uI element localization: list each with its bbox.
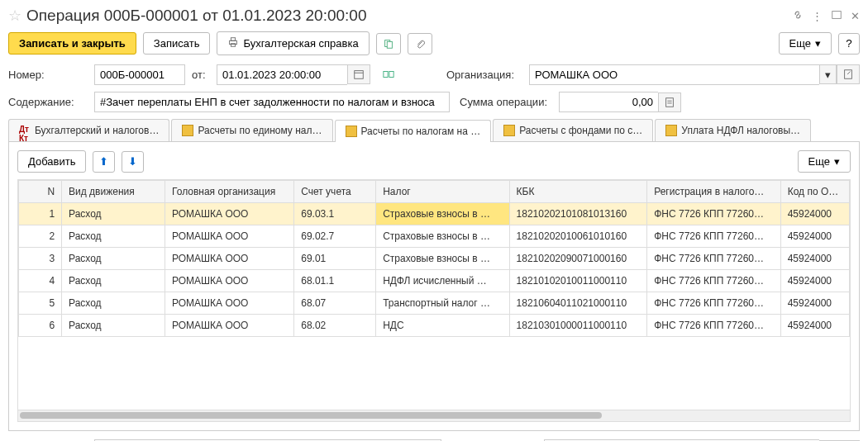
cell-acct[interactable]: 68.02 xyxy=(294,315,376,337)
cell-ok[interactable]: 45924000 xyxy=(780,248,849,270)
col-move[interactable]: Вид движения xyxy=(62,181,165,203)
more-menu-icon[interactable]: ⋮ xyxy=(812,10,823,22)
cell-tax[interactable]: Страховые взносы в … xyxy=(376,203,509,225)
cell-move[interactable]: Расход xyxy=(62,315,165,337)
cell-kbk[interactable]: 18210102010011000110 xyxy=(509,270,647,292)
move-down-button[interactable]: ⬇ xyxy=(122,151,144,173)
org-input[interactable] xyxy=(529,64,819,85)
cell-kbk[interactable]: 18210301000011000110 xyxy=(509,315,647,337)
cell-ok[interactable]: 45924000 xyxy=(780,292,849,315)
cell-n[interactable]: 5 xyxy=(19,292,62,315)
table-row[interactable]: 6РасходРОМАШКА ООО68.02НДС18210301000011… xyxy=(19,315,850,337)
move-up-button[interactable]: ⬆ xyxy=(93,151,115,173)
cell-kbk[interactable]: 18210202010061010160 xyxy=(509,225,647,248)
cell-move[interactable]: Расход xyxy=(62,248,165,270)
horizontal-scrollbar[interactable] xyxy=(17,410,851,422)
add-button[interactable]: Добавить xyxy=(17,150,86,173)
col-n[interactable]: N xyxy=(19,181,62,203)
cell-org[interactable]: РОМАШКА ООО xyxy=(165,203,294,225)
col-reg[interactable]: Регистрация в налого… xyxy=(647,181,780,203)
number-input[interactable] xyxy=(94,64,185,85)
attach-icon-button[interactable] xyxy=(408,33,432,55)
calendar-icon[interactable] xyxy=(347,64,370,84)
content-input[interactable] xyxy=(94,92,450,112)
cell-n[interactable]: 3 xyxy=(19,248,62,270)
cell-reg[interactable]: ФНС 7726 КПП 77260… xyxy=(647,315,780,337)
col-tax[interactable]: Налог xyxy=(376,181,509,203)
date-input[interactable] xyxy=(217,64,347,85)
cell-org[interactable]: РОМАШКА ООО xyxy=(165,248,294,270)
more-button[interactable]: Еще ▾ xyxy=(779,32,832,55)
cell-move[interactable]: Расход xyxy=(62,292,165,315)
register-icon xyxy=(503,125,515,136)
cell-reg[interactable]: ФНС 7726 КПП 77260… xyxy=(647,248,780,270)
table-row[interactable]: 4РасходРОМАШКА ООО68.01.1НДФЛ исчисленны… xyxy=(19,270,850,292)
cell-n[interactable]: 6 xyxy=(19,315,62,337)
calc-icon[interactable] xyxy=(658,92,681,112)
tab-funds[interactable]: Расчеты с фондами по с… xyxy=(493,119,653,141)
cell-kbk[interactable]: 18210604011021000110 xyxy=(509,292,647,315)
cell-tax[interactable]: НДС xyxy=(376,315,509,337)
accounting-ref-button[interactable]: Бухгалтерская справка xyxy=(217,31,369,55)
cell-tax[interactable]: Страховые взносы в … xyxy=(376,248,509,270)
cell-n[interactable]: 1 xyxy=(19,203,62,225)
cell-ok[interactable]: 45924000 xyxy=(780,203,849,225)
org-dropdown-icon[interactable]: ▾ xyxy=(819,64,837,84)
cell-reg[interactable]: ФНС 7726 КПП 77260… xyxy=(647,292,780,315)
tab-enp[interactable]: Расчеты по единому нал… xyxy=(171,119,332,141)
tab-buh[interactable]: ДтКтБухгалтерский и налогов… xyxy=(8,119,169,141)
org-open-icon[interactable] xyxy=(837,64,860,84)
cell-n[interactable]: 4 xyxy=(19,270,62,292)
cell-move[interactable]: Расход xyxy=(62,270,165,292)
col-kbk[interactable]: КБК xyxy=(509,181,647,203)
cell-reg[interactable]: ФНС 7726 КПП 77260… xyxy=(647,270,780,292)
content-label: Содержание: xyxy=(8,96,88,108)
panel-more-button[interactable]: Еще ▾ xyxy=(798,150,851,173)
col-acct[interactable]: Счет учета xyxy=(294,181,376,203)
cell-org[interactable]: РОМАШКА ООО xyxy=(165,315,294,337)
copy-icon-button[interactable] xyxy=(376,33,401,55)
table-row[interactable]: 1РасходРОМАШКА ООО69.03.1Страховые взнос… xyxy=(19,203,850,225)
cell-kbk[interactable]: 18210202101081013160 xyxy=(509,203,647,225)
sum-input[interactable] xyxy=(559,92,658,112)
cell-acct[interactable]: 68.07 xyxy=(294,292,376,315)
period-icon[interactable] xyxy=(377,64,400,85)
save-close-button[interactable]: Записать и закрыть xyxy=(8,32,136,55)
cell-org[interactable]: РОМАШКА ООО xyxy=(165,270,294,292)
cell-reg[interactable]: ФНС 7726 КПП 77260… xyxy=(647,203,780,225)
tab-taxes[interactable]: Расчеты по налогам на … xyxy=(335,120,492,142)
cell-move[interactable]: Расход xyxy=(62,225,165,248)
favorite-star-icon[interactable]: ☆ xyxy=(8,7,21,25)
cell-acct[interactable]: 69.02.7 xyxy=(294,225,376,248)
cell-tax[interactable]: Транспортный налог … xyxy=(376,292,509,315)
maximize-icon[interactable] xyxy=(831,9,842,23)
cell-ok[interactable]: 45924000 xyxy=(780,225,849,248)
svg-rect-9 xyxy=(389,72,393,78)
cell-tax[interactable]: Страховые взносы в … xyxy=(376,225,509,248)
help-button[interactable]: ? xyxy=(838,33,860,55)
cell-tax[interactable]: НДФЛ исчисленный … xyxy=(376,270,509,292)
table-row[interactable]: 3РасходРОМАШКА ООО69.01Страховые взносы … xyxy=(19,248,850,270)
cell-n[interactable]: 2 xyxy=(19,225,62,248)
col-ok[interactable]: Код по ОК… xyxy=(780,181,849,203)
cell-acct[interactable]: 69.01 xyxy=(294,248,376,270)
cell-acct[interactable]: 69.03.1 xyxy=(294,203,376,225)
cell-org[interactable]: РОМАШКА ООО xyxy=(165,225,294,248)
svg-rect-0 xyxy=(832,11,842,18)
save-button[interactable]: Записать xyxy=(143,32,211,55)
close-icon[interactable]: ✕ xyxy=(851,10,860,22)
cell-kbk[interactable]: 18210202090071000160 xyxy=(509,248,647,270)
table-row[interactable]: 2РасходРОМАШКА ООО69.02.7Страховые взнос… xyxy=(19,225,850,248)
link-icon[interactable] xyxy=(792,9,804,23)
cell-move[interactable]: Расход xyxy=(62,203,165,225)
sum-label: Сумма операции: xyxy=(460,96,552,108)
tab-ndfl[interactable]: Уплата НДФЛ налоговы… xyxy=(655,119,811,141)
col-org[interactable]: Головная организация xyxy=(165,181,294,203)
cell-org[interactable]: РОМАШКА ООО xyxy=(165,292,294,315)
cell-ok[interactable]: 45924000 xyxy=(780,315,849,337)
from-label: от: xyxy=(192,69,210,81)
cell-reg[interactable]: ФНС 7726 КПП 77260… xyxy=(647,225,780,248)
cell-acct[interactable]: 68.01.1 xyxy=(294,270,376,292)
cell-ok[interactable]: 45924000 xyxy=(780,270,849,292)
table-row[interactable]: 5РасходРОМАШКА ООО68.07Транспортный нало… xyxy=(19,292,850,315)
